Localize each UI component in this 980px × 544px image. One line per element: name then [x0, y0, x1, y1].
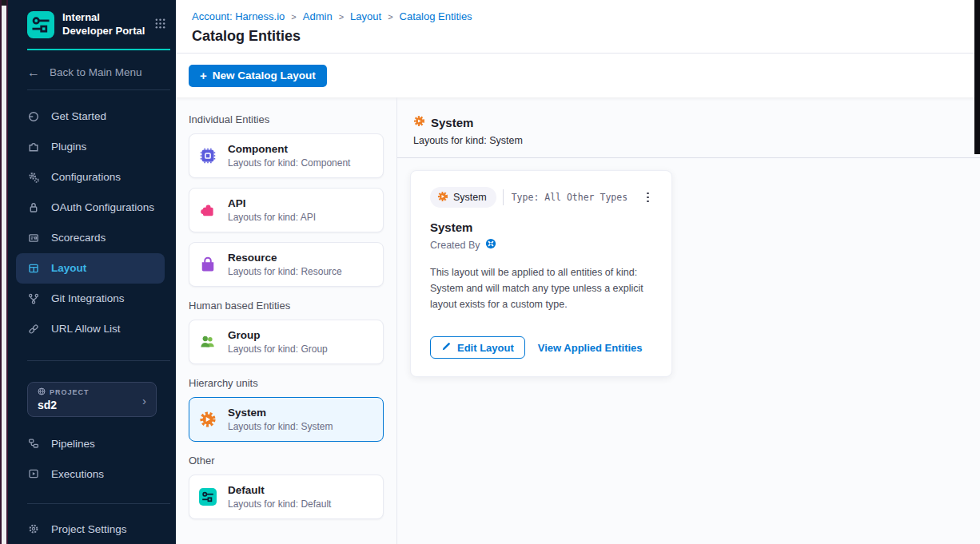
kind-chip-label: System — [453, 192, 487, 203]
link-icon — [27, 323, 40, 336]
sidebar-item-oauth-configurations[interactable]: OAuth Configurations — [8, 193, 176, 223]
sidebar-item-label: URL Allow List — [51, 323, 121, 335]
sidebar-item-label: Plugins — [51, 141, 86, 153]
system-gear-icon — [437, 191, 448, 204]
main-area: Account: Harness.io > Admin > Layout > C… — [176, 0, 980, 544]
entity-card-group[interactable]: Group Layouts for kind: Group — [189, 320, 384, 364]
breadcrumb-admin[interactable]: Admin — [303, 10, 333, 22]
configurations-icon — [27, 171, 40, 184]
chevron-right-icon: › — [142, 394, 146, 407]
entity-card-default[interactable]: Default Layouts for kind: Default — [189, 475, 384, 519]
sidebar-item-label: Scorecards — [51, 232, 106, 244]
sidebar-item-git-integrations[interactable]: Git Integrations — [8, 284, 176, 314]
type-text: Type: All Other Types — [512, 192, 627, 203]
app-window: Internal Developer Portal ← Back to Main… — [0, 0, 980, 544]
pipelines-icon — [27, 437, 40, 450]
window-edge-left — [0, 0, 8, 544]
entity-title: Resource — [228, 252, 342, 264]
edit-layout-button[interactable]: Edit Layout — [430, 336, 525, 359]
kebab-menu-icon[interactable] — [643, 189, 652, 206]
project-cube-icon — [38, 387, 46, 397]
sidebar-item-label: Pipelines — [51, 438, 95, 450]
sidebar-item-plugins[interactable]: Plugins — [8, 132, 176, 162]
entity-card-component[interactable]: Component Layouts for kind: Component — [189, 133, 384, 178]
harness-idp-logo-icon — [27, 11, 54, 38]
sidebar-divider — [27, 360, 170, 361]
entity-title: Default — [228, 484, 331, 496]
breadcrumb-account[interactable]: Account: Harness.io — [192, 10, 285, 22]
entity-title: Component — [228, 143, 350, 155]
sidebar-nav-settings: Project Settings — [8, 514, 176, 544]
git-branch-icon — [27, 292, 40, 305]
layout-icon — [27, 262, 40, 275]
detail-header: System Layouts for kind: System — [397, 97, 980, 158]
api-puzzle-icon — [199, 201, 217, 219]
entity-card-api[interactable]: API Layouts for kind: API — [189, 188, 384, 232]
sidebar-item-label: Configurations — [51, 171, 121, 183]
sidebar-item-label: Executions — [51, 468, 104, 480]
kind-chip: System — [430, 187, 496, 208]
pencil-icon — [441, 341, 452, 354]
breadcrumb-catalog-entities[interactable]: Catalog Entities — [400, 10, 472, 22]
component-chip-icon — [199, 147, 217, 165]
entity-subtitle: Layouts for kind: Resource — [228, 266, 342, 277]
view-applied-entities-link[interactable]: View Applied Entities — [538, 342, 643, 354]
breadcrumb-layout[interactable]: Layout — [350, 10, 381, 22]
section-heading: Individual Entities — [189, 113, 384, 125]
entity-list-panel: Individual Entities Component Layouts fo… — [176, 97, 397, 544]
entity-subtitle: Layouts for kind: Component — [228, 157, 350, 169]
resource-bag-icon — [199, 256, 217, 273]
entity-card-resource[interactable]: Resource Layouts for kind: Resource — [189, 242, 384, 287]
sidebar-item-project-settings[interactable]: Project Settings — [8, 514, 176, 544]
sidebar-nav: Get Started Plugins Configurations OAuth… — [8, 101, 176, 344]
system-gear-icon — [199, 411, 217, 428]
created-by-label: Created By — [430, 240, 480, 251]
sidebar-item-configurations[interactable]: Configurations — [8, 162, 176, 193]
section-heading: Other — [189, 455, 384, 467]
new-catalog-layout-label: New Catalog Layout — [213, 69, 316, 81]
sidebar-item-get-started[interactable]: Get Started — [8, 101, 176, 132]
sidebar-item-executions[interactable]: Executions — [8, 459, 176, 489]
detail-subtitle: Layouts for kind: System — [413, 135, 980, 146]
oauth-lock-icon — [27, 201, 40, 214]
project-label: PROJECT — [50, 388, 90, 396]
sidebar-divider — [27, 89, 170, 90]
back-arrow-icon: ← — [27, 66, 40, 79]
page-title: Catalog Entities — [192, 28, 980, 45]
sidebar-item-scorecards[interactable]: Scorecards — [8, 223, 176, 253]
chip-divider — [503, 189, 504, 205]
sidebar: Internal Developer Portal ← Back to Main… — [8, 0, 176, 544]
entity-subtitle: Layouts for kind: API — [228, 212, 316, 223]
layout-card-description: This layout will be applied to all entit… — [430, 264, 671, 312]
group-people-icon — [199, 333, 217, 351]
sidebar-item-pipelines[interactable]: Pipelines — [8, 428, 176, 459]
layout-card-system: System Type: All Other Types System Crea… — [410, 170, 672, 377]
chevron-separator-icon: > — [388, 12, 392, 22]
back-label: Back to Main Menu — [50, 66, 142, 78]
project-selector[interactable]: PROJECT sd2 › — [27, 382, 157, 417]
sidebar-nav-project: Pipelines Executions — [8, 428, 176, 489]
entity-title: System — [228, 407, 333, 419]
executions-icon — [27, 467, 40, 480]
system-gear-icon — [413, 115, 425, 130]
action-bar: + New Catalog Layout — [176, 54, 980, 97]
sidebar-item-url-allow-list[interactable]: URL Allow List — [8, 314, 176, 344]
edit-layout-label: Edit Layout — [457, 342, 514, 354]
apps-grid-icon[interactable] — [154, 18, 166, 33]
sidebar-item-label: Get Started — [51, 110, 106, 122]
gear-icon — [27, 522, 40, 535]
entity-subtitle: Layouts for kind: Default — [228, 498, 331, 510]
page-header: Account: Harness.io > Admin > Layout > C… — [176, 0, 980, 54]
sidebar-divider — [27, 503, 170, 504]
back-to-main-menu[interactable]: ← Back to Main Menu — [27, 66, 176, 79]
entity-card-system[interactable]: System Layouts for kind: System — [189, 397, 384, 442]
sidebar-item-label: Project Settings — [51, 523, 127, 535]
detail-title: System — [431, 116, 473, 129]
scorecards-icon — [27, 232, 40, 244]
sidebar-item-label: Git Integrations — [51, 292, 125, 304]
section-heading: Hierarchy units — [189, 377, 384, 389]
sidebar-item-layout[interactable]: Layout — [16, 253, 165, 284]
harness-logo-icon — [485, 238, 496, 252]
breadcrumb: Account: Harness.io > Admin > Layout > C… — [192, 10, 980, 22]
new-catalog-layout-button[interactable]: + New Catalog Layout — [189, 65, 327, 87]
